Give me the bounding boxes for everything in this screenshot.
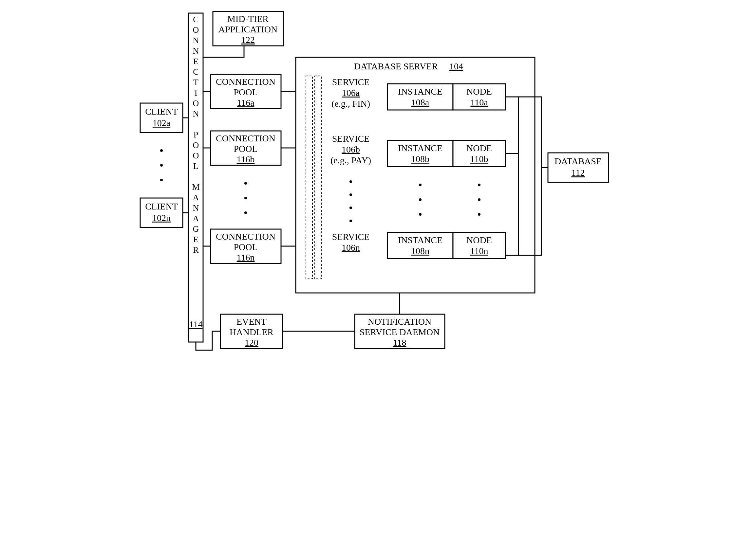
pool-dot <box>244 182 247 185</box>
conn-pool-b-num: 116b <box>237 154 255 164</box>
svg-text:INSTANCE: INSTANCE <box>398 235 443 245</box>
svg-text:O: O <box>193 25 199 35</box>
svg-text:O: O <box>193 99 199 108</box>
clients-dot <box>160 179 163 181</box>
service-dot <box>349 206 352 209</box>
node-dot <box>478 184 481 186</box>
svg-text:108n: 108n <box>411 246 429 256</box>
pool-dot <box>244 197 247 199</box>
conn-pool-n-num: 116n <box>237 252 255 262</box>
conn-pool-b-l2: POOL <box>233 144 257 154</box>
service-b-num: 106b <box>342 144 360 155</box>
service-dot <box>349 220 352 222</box>
service-a-eg: (e.g., FIN) <box>331 99 370 109</box>
service-n-label: SERVICE <box>332 232 369 242</box>
database-num: 112 <box>572 167 585 178</box>
svg-text:T: T <box>193 78 198 87</box>
instance-dot <box>419 198 422 201</box>
instance-dot <box>419 184 422 186</box>
svg-text:108a: 108a <box>411 97 429 107</box>
conn-pool-a-l1: CONNECTION <box>216 77 275 87</box>
instance-node-row-b: INSTANCE 108b NODE 110b <box>387 140 505 166</box>
svg-text:NODE: NODE <box>466 86 492 97</box>
mid-tier-label2: APPLICATION <box>218 24 277 34</box>
event-handler-l2: HANDLER <box>230 327 273 337</box>
connector-line <box>203 46 244 57</box>
svg-text:DATABASE SERVER: DATABASE SERVER <box>354 61 438 71</box>
svg-text:N: N <box>193 203 199 213</box>
pool-dot <box>244 212 247 214</box>
conn-pool-b-l1: CONNECTION <box>216 133 275 143</box>
svg-text:M: M <box>192 182 199 192</box>
svg-text:E: E <box>193 57 198 66</box>
service-a-label: SERVICE <box>332 77 369 87</box>
svg-text:P: P <box>194 130 198 139</box>
client-n-label: CLIENT <box>145 201 178 212</box>
notification-daemon-l2: SERVICE DAEMON <box>360 327 440 337</box>
instance-node-row-a: INSTANCE 108a NODE 110a <box>387 84 505 110</box>
service-a-num: 106a <box>342 88 360 98</box>
svg-text:L: L <box>193 161 198 171</box>
event-handler-l1: EVENT <box>236 317 267 327</box>
database-label: DATABASE <box>555 156 602 166</box>
svg-text:E: E <box>193 235 198 244</box>
diagram-root: C O N N E C T I O N P O O L M A N A G E … <box>126 0 626 373</box>
svg-text:NODE: NODE <box>466 235 492 245</box>
event-handler-num: 120 <box>245 337 258 347</box>
notification-daemon-l1: NOTIFICATION <box>368 317 431 327</box>
svg-text:A: A <box>193 214 199 223</box>
connection-pool-manager-num: 114 <box>189 319 203 329</box>
svg-text:A: A <box>193 193 199 202</box>
svg-text:R: R <box>193 245 199 255</box>
svg-text:INSTANCE: INSTANCE <box>398 86 443 97</box>
svg-text:G: G <box>193 224 199 234</box>
svg-text:N: N <box>193 46 199 56</box>
instance-dot <box>419 213 422 216</box>
svg-text:C: C <box>193 67 198 77</box>
conn-pool-n-l1: CONNECTION <box>216 232 275 242</box>
svg-text:NODE: NODE <box>466 143 492 153</box>
node-dot <box>478 213 481 216</box>
svg-text:N: N <box>193 109 199 119</box>
svg-text:C: C <box>193 15 198 24</box>
service-dot <box>349 180 352 183</box>
service-b-eg: (e.g., PAY) <box>330 155 371 165</box>
mid-tier-num: 122 <box>241 35 255 45</box>
service-n-num: 106n <box>342 242 360 253</box>
svg-text:N: N <box>193 36 199 45</box>
conn-pool-a-num: 116a <box>237 98 254 108</box>
svg-text:110a: 110a <box>470 97 488 107</box>
instance-node-row-n: INSTANCE 108n NODE 110n <box>387 233 505 259</box>
svg-text:110n: 110n <box>470 246 488 256</box>
svg-text:110b: 110b <box>470 154 488 164</box>
client-n-num: 102n <box>152 213 171 223</box>
client-a-label: CLIENT <box>145 106 178 117</box>
clients-dot <box>160 164 163 166</box>
service-dot <box>349 194 352 196</box>
svg-text:I: I <box>195 88 197 98</box>
mid-tier-label1: MID-TIER <box>227 14 269 24</box>
svg-text:O: O <box>193 140 199 150</box>
service-b-label: SERVICE <box>332 134 369 144</box>
node-dot <box>478 198 481 201</box>
conn-pool-n-l2: POOL <box>233 242 257 252</box>
svg-text:O: O <box>193 151 199 160</box>
client-a-num: 102a <box>153 118 171 128</box>
svg-text:108b: 108b <box>411 154 429 164</box>
clients-dot <box>160 149 163 152</box>
conn-pool-a-l2: POOL <box>233 87 257 97</box>
svg-text:INSTANCE: INSTANCE <box>398 143 443 153</box>
notification-daemon-num: 118 <box>393 337 406 347</box>
svg-text:104: 104 <box>449 61 463 71</box>
